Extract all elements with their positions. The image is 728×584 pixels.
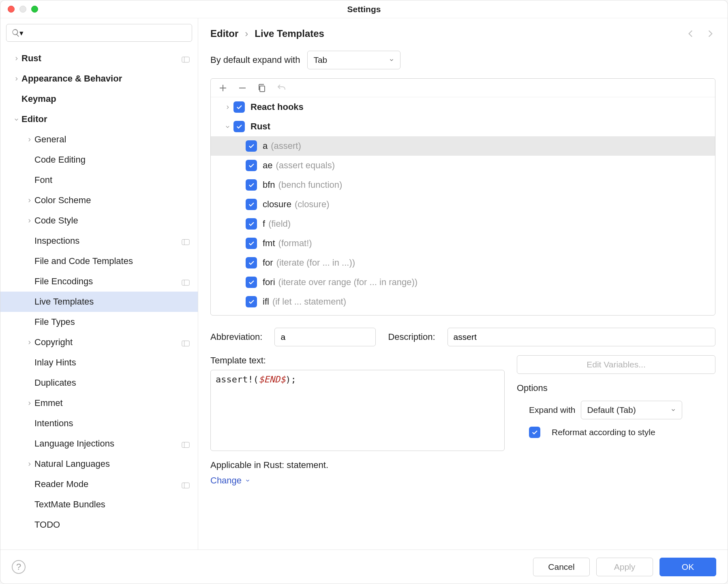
add-icon[interactable] <box>218 83 228 93</box>
template-checkbox[interactable] <box>246 218 257 230</box>
template-checkbox[interactable] <box>246 140 257 152</box>
abbreviation-label: Abbreviation: <box>210 332 262 342</box>
sidebar-item[interactable]: TODO <box>0 515 198 535</box>
template-item[interactable]: f(field) <box>211 214 715 234</box>
project-badge-icon <box>182 481 192 488</box>
template-checkbox[interactable] <box>246 179 257 191</box>
settings-tree[interactable]: RustAppearance & BehaviorKeymapEditorGen… <box>0 46 198 550</box>
undo-icon[interactable] <box>276 83 286 93</box>
ok-button[interactable]: OK <box>659 558 716 576</box>
template-desc: (closure) <box>295 199 330 210</box>
close-window-button[interactable] <box>8 6 15 13</box>
sidebar-item[interactable]: Inlay Hints <box>0 352 198 373</box>
zoom-window-button[interactable] <box>31 6 38 13</box>
template-abbr: fori <box>263 277 275 288</box>
sidebar-item[interactable]: Font <box>0 170 198 190</box>
template-item[interactable]: bfn(bench function) <box>211 175 715 195</box>
titlebar: Settings <box>0 0 728 18</box>
project-badge-icon <box>182 55 192 62</box>
sidebar-item[interactable]: Rust <box>0 48 198 69</box>
sidebar-item[interactable]: Natural Languages <box>0 454 198 474</box>
sidebar-item[interactable]: Code Editing <box>0 150 198 170</box>
template-checkbox[interactable] <box>246 277 257 288</box>
template-item[interactable]: ae(assert equals) <box>211 156 715 175</box>
cancel-button[interactable]: Cancel <box>533 558 590 576</box>
chevron-right-icon[interactable] <box>11 56 21 61</box>
template-desc: (iterate over range (for ... in range)) <box>278 277 418 288</box>
change-context-link[interactable]: Change <box>210 475 505 486</box>
reformat-checkbox[interactable] <box>529 427 540 438</box>
sidebar-item[interactable]: File and Code Templates <box>0 251 198 271</box>
chevron-right-icon[interactable] <box>221 105 233 110</box>
sidebar-item[interactable]: Language Injections <box>0 434 198 454</box>
expand-with-default-select[interactable]: Tab <box>307 51 400 69</box>
applicable-context-label: Applicable in Rust: statement. <box>210 460 505 470</box>
template-item[interactable]: closure(closure) <box>211 195 715 214</box>
template-checkbox[interactable] <box>246 296 257 307</box>
templates-tree[interactable]: React hooksRusta(assert)ae(assert equals… <box>211 97 715 315</box>
template-text-editor[interactable]: assert!($END$); <box>210 370 505 451</box>
expand-with-select[interactable]: Default (Tab) <box>581 401 682 419</box>
forward-icon[interactable] <box>705 28 715 39</box>
sidebar-item[interactable]: Intentions <box>0 413 198 434</box>
templates-panel: React hooksRusta(assert)ae(assert equals… <box>210 78 715 316</box>
template-desc: (assert) <box>271 141 301 151</box>
sidebar-item[interactable]: General <box>0 129 198 150</box>
group-checkbox[interactable] <box>233 121 245 132</box>
sidebar-item[interactable]: Keymap <box>0 89 198 109</box>
sidebar-item[interactable]: File Encodings <box>0 271 198 292</box>
template-item[interactable]: fori(iterate over range (for ... in rang… <box>211 273 715 292</box>
edit-variables-button[interactable]: Edit Variables... <box>517 355 715 374</box>
template-abbr: for <box>263 258 273 268</box>
back-icon[interactable] <box>685 28 696 39</box>
chevron-right-icon[interactable] <box>24 137 34 142</box>
sidebar-item-label: Inspections <box>34 236 79 246</box>
abbreviation-input[interactable] <box>274 328 376 346</box>
chevron-down-icon[interactable] <box>11 117 21 122</box>
search-input[interactable]: ▾ <box>6 24 192 42</box>
minimize-window-button[interactable] <box>19 6 26 13</box>
sidebar-item[interactable]: TextMate Bundles <box>0 494 198 515</box>
template-item[interactable]: fmt(format!) <box>211 234 715 253</box>
options-heading: Options <box>517 383 715 393</box>
chevron-right-icon[interactable] <box>24 401 34 406</box>
remove-icon[interactable] <box>238 83 247 93</box>
chevron-right-icon[interactable] <box>24 462 34 467</box>
chevron-right-icon[interactable] <box>11 76 21 82</box>
template-group[interactable]: React hooks <box>211 97 715 117</box>
svg-rect-6 <box>260 86 265 92</box>
sidebar-item[interactable]: Copyright <box>0 332 198 352</box>
template-item[interactable]: for(iterate (for ... in ...)) <box>211 253 715 273</box>
sidebar-item[interactable]: File Types <box>0 312 198 332</box>
sidebar-item[interactable]: Inspections <box>0 231 198 251</box>
sidebar-item[interactable]: Color Scheme <box>0 190 198 210</box>
sidebar-item[interactable]: Emmet <box>0 393 198 413</box>
copy-icon[interactable] <box>257 83 267 93</box>
sidebar-item[interactable]: Appearance & Behavior <box>0 69 198 89</box>
chevron-right-icon[interactable] <box>24 198 34 203</box>
chevron-right-icon[interactable] <box>24 218 34 223</box>
sidebar-item[interactable]: Editor <box>0 109 198 129</box>
sidebar-item[interactable]: Duplicates <box>0 373 198 393</box>
apply-button[interactable]: Apply <box>596 558 653 576</box>
template-abbr: ae <box>263 160 272 171</box>
chevron-right-icon[interactable] <box>24 340 34 345</box>
template-item[interactable]: ifl(if let ... statement) <box>211 292 715 311</box>
template-checkbox[interactable] <box>246 160 257 171</box>
svg-rect-3 <box>182 341 189 346</box>
group-checkbox[interactable] <box>233 101 245 113</box>
chevron-down-icon[interactable] <box>221 124 233 129</box>
description-input[interactable] <box>448 328 715 346</box>
sidebar-item[interactable]: Reader Mode <box>0 474 198 494</box>
sidebar-item[interactable]: Live Templates <box>0 292 198 312</box>
template-desc: (iterate (for ... in ...)) <box>276 258 355 268</box>
template-checkbox[interactable] <box>246 199 257 210</box>
sidebar-item[interactable]: Code Style <box>0 210 198 231</box>
template-group[interactable]: Rust <box>211 117 715 136</box>
template-checkbox[interactable] <box>246 238 257 249</box>
help-button[interactable]: ? <box>12 560 26 574</box>
breadcrumb-root[interactable]: Editor <box>210 28 238 39</box>
template-desc: (bench function) <box>278 180 343 190</box>
template-item[interactable]: a(assert) <box>211 136 715 156</box>
template-checkbox[interactable] <box>246 257 257 268</box>
